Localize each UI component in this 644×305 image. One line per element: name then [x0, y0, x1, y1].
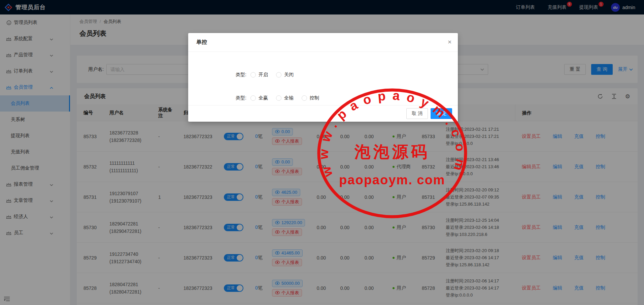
radio-icon	[250, 95, 256, 101]
radio-option-all-win[interactable]: 全赢	[250, 95, 268, 101]
modal-header: 单控 ✕	[188, 33, 458, 52]
radio-option-open[interactable]: 开启	[250, 72, 268, 78]
radio-icon	[250, 72, 256, 78]
radio-icon	[276, 95, 281, 101]
confirm-button[interactable]: 确 定	[431, 108, 452, 119]
radio-option-all-lose[interactable]: 全输	[276, 95, 294, 101]
radio-group-mode: 类型: 全赢 全输 控制	[236, 94, 458, 102]
modal-footer: 取 消 确 定	[188, 105, 458, 122]
radio-option-close[interactable]: 关闭	[276, 72, 294, 78]
radio-icon	[276, 72, 281, 78]
radio-group-label: 类型:	[236, 72, 246, 78]
close-icon[interactable]: ✕	[447, 39, 452, 45]
control-modal: 单控 ✕ 类型: 开启 关闭 类型: 全赢 全输 控制 取 消 确 定	[188, 33, 458, 122]
modal-body: 类型: 开启 关闭 类型: 全赢 全输 控制	[188, 52, 458, 138]
radio-group-switch: 类型: 开启 关闭	[236, 71, 458, 79]
radio-group-label: 类型:	[236, 95, 246, 101]
radio-option-control[interactable]: 控制	[302, 95, 319, 101]
modal-title: 单控	[196, 39, 207, 46]
cancel-button[interactable]: 取 消	[406, 108, 428, 119]
radio-icon	[302, 95, 307, 101]
